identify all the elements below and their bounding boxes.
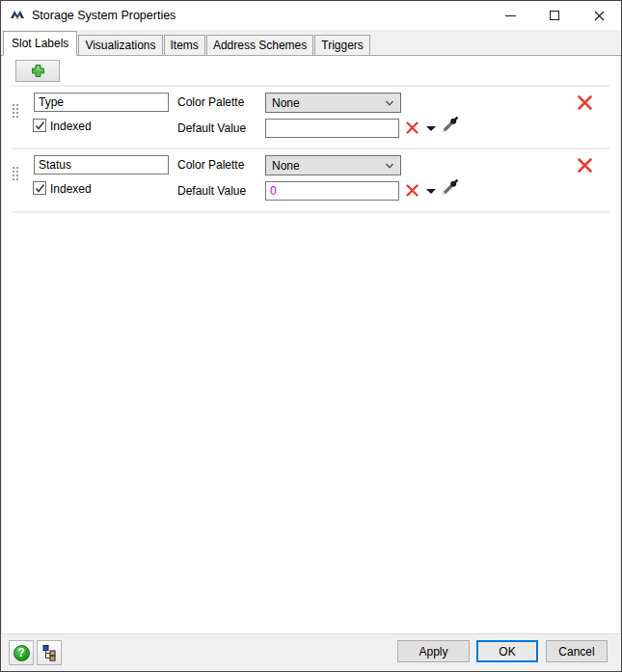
color-palette-value: None [272,96,385,110]
maximize-icon [550,11,559,20]
plus-icon [31,64,45,78]
app-icon [10,8,25,23]
indexed-checkbox[interactable] [33,119,46,132]
delete-row-button[interactable] [577,157,593,174]
indexed-label: Indexed [50,120,92,133]
color-palette-label: Color Palette [177,158,244,172]
drag-handle-icon[interactable] [13,104,18,118]
slot-name-input[interactable] [34,155,169,175]
chevron-down-icon [385,161,394,171]
minimize-button[interactable] [488,1,532,30]
tab-triggers[interactable]: Triggers [314,35,370,55]
cancel-button[interactable]: Cancel [546,640,608,662]
ok-button[interactable]: OK [476,640,538,662]
close-button[interactable] [577,1,621,30]
chevron-down-icon [385,98,394,108]
window-controls [488,1,621,30]
color-palette-label: Color Palette [177,95,244,109]
indexed-label: Indexed [50,182,92,196]
slot-label-row-type: Color Palette None Indexed Default Value [2,91,620,147]
tab-items[interactable]: Items [164,35,205,55]
storage-system-properties-dialog: Storage System Properties Slot Labels Vi… [0,0,622,672]
default-value-input[interactable] [265,181,399,201]
separator [12,85,609,87]
tab-strip: Slot Labels Visualizations Items Address… [1,30,621,56]
default-value-label: Default Value [177,121,246,135]
slot-label-row-status: Color Palette None Indexed Default Value [2,153,620,209]
footer-bar: ? Apply OK Cancel [1,633,621,671]
tree-structure-icon [41,644,58,661]
indexed-checkbox[interactable] [33,181,46,195]
eyedropper-icon[interactable] [441,178,459,197]
add-slot-label-button[interactable] [15,60,60,82]
separator [12,148,609,149]
separator [12,211,609,213]
eyedropper-icon[interactable] [441,116,459,134]
question-mark-icon: ? [14,645,30,661]
default-value-input[interactable] [265,119,399,138]
apply-button[interactable]: Apply [397,640,470,662]
clear-value-button[interactable] [405,183,419,198]
tab-address-schemes[interactable]: Address Schemes [206,35,313,55]
value-dropdown-arrow[interactable] [426,189,436,194]
slot-name-input[interactable] [34,93,169,112]
minimize-icon [505,15,516,16]
clear-value-button[interactable] [405,121,419,135]
value-dropdown-arrow[interactable] [426,126,436,131]
slot-labels-panel: Color Palette None Indexed Default Value [1,56,621,633]
tab-slot-labels[interactable]: Slot Labels [3,31,77,56]
default-value-label: Default Value [177,184,246,198]
window-title: Storage System Properties [32,9,176,22]
titlebar: Storage System Properties [1,1,621,30]
maximize-button[interactable] [532,1,577,30]
check-icon [35,121,45,131]
help-button[interactable]: ? [9,640,34,665]
drag-handle-icon[interactable] [13,167,18,180]
color-palette-dropdown[interactable]: None [265,93,401,113]
tab-visualizations[interactable]: Visualizations [78,35,162,55]
color-palette-value: None [272,159,385,173]
hierarchy-view-button[interactable] [37,640,62,665]
color-palette-dropdown[interactable]: None [265,155,401,175]
check-icon [35,183,45,194]
close-icon [594,11,605,21]
delete-row-button[interactable] [577,94,593,111]
